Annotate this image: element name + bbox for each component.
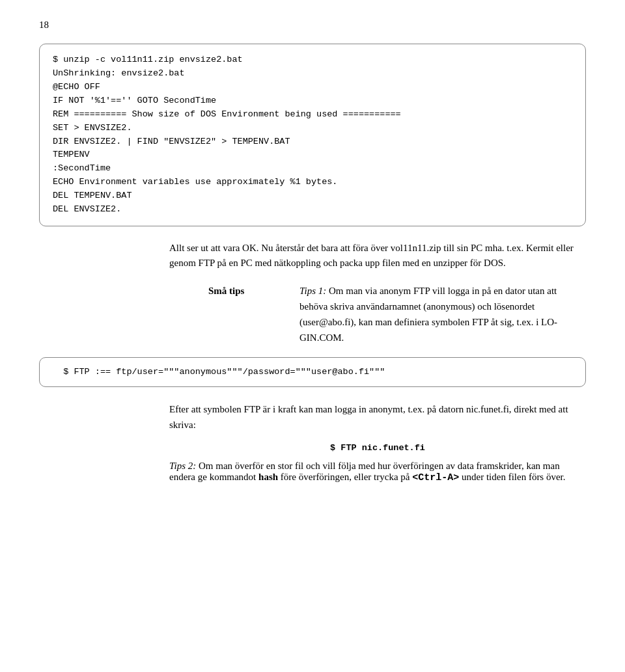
tip1-block: Tips 1: Om man via anonym FTP vill logga…	[299, 283, 586, 345]
tip1-label: Tips 1:	[299, 286, 326, 296]
tip2-text: Tips 2: Om man överför en stor fil och v…	[169, 461, 586, 483]
small-tips-label: Små tips	[208, 283, 244, 299]
tip2-label: Tips 2:	[169, 461, 196, 471]
tip2-kbd: <Ctrl-A>	[412, 472, 459, 483]
code-block-1: $ unzip -c vol11n11.zip envsize2.bat UnS…	[39, 44, 586, 226]
small-tips-row: Små tips Tips 1: Om man via anonym FTP v…	[39, 283, 586, 345]
tip2-block: Tips 2: Om man överför en stor fil och v…	[169, 461, 586, 483]
tips-container: Små tips Tips 1: Om man via anonym FTP v…	[169, 283, 586, 345]
page-number: 18	[39, 20, 586, 31]
page: 18 $ unzip -c vol11n11.zip envsize2.bat …	[0, 0, 625, 672]
inline-code: $ FTP nic.funet.fi	[169, 443, 586, 453]
small-tips-section: Små tips Tips 1: Om man via anonym FTP v…	[39, 283, 586, 484]
code-block-2: $ FTP :== ftp/user="""anonymous"""/passw…	[39, 357, 586, 388]
after-code-text-1: Efter att symbolen FTP är i kraft kan ma…	[169, 401, 586, 433]
inline-code-block: $ FTP nic.funet.fi	[169, 443, 586, 453]
tip1-text: Tips 1: Om man via anonym FTP vill logga…	[299, 283, 586, 345]
intro-text: Allt ser ut att vara OK. Nu återstår det…	[169, 241, 586, 271]
tip2-hash: hash	[258, 472, 278, 482]
